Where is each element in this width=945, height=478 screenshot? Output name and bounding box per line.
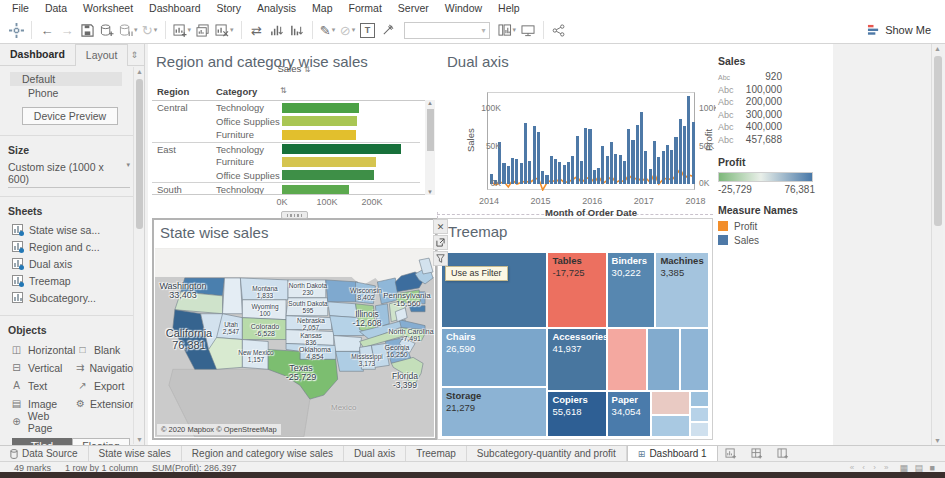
category-label[interactable]: Furniture [216, 156, 254, 167]
object-item-horizontal[interactable]: ◫Horizontal [10, 341, 76, 358]
panel-dual-axis[interactable]: Dual axis Sales Profit 100K100K50K50K0K0… [437, 50, 713, 212]
sales-bar[interactable] [545, 175, 548, 184]
sales-bar[interactable] [282, 170, 374, 180]
sales-legend-item[interactable]: Abc400,000 [718, 121, 820, 134]
size-dropdown[interactable]: Custom size (1000 x 600) ▾ [8, 161, 130, 188]
measure-names-legend[interactable]: ProfitSales [718, 219, 820, 247]
treemap-cell-accessories[interactable]: Accessories41,937 [547, 328, 606, 391]
sales-legend-item[interactable]: Abc100,000 [718, 84, 820, 97]
sales-legend-item[interactable]: Abc200,000 [718, 96, 820, 109]
category-label[interactable]: Office Supplies [216, 116, 280, 127]
sales-bar[interactable] [649, 169, 652, 184]
sales-bar[interactable] [282, 157, 376, 167]
treemap-cell-chairs[interactable]: Chairs26,590 [441, 328, 547, 387]
sales-bar[interactable] [679, 119, 682, 184]
sales-bar[interactable] [631, 140, 634, 184]
treemap-cell-copiers[interactable]: Copiers55,618 [547, 391, 606, 437]
sales-bar[interactable] [541, 171, 544, 185]
save-button[interactable] [77, 19, 97, 41]
sales-bar[interactable] [627, 129, 630, 184]
highlight-button[interactable]: ✎▾ [318, 19, 338, 41]
sort-descending-button[interactable] [287, 19, 307, 41]
sheet-list-item[interactable]: Treemap [12, 273, 134, 288]
sales-bar[interactable] [537, 132, 540, 184]
scroll-up-icon[interactable]: ▲ [135, 68, 144, 75]
sales-bar[interactable] [282, 185, 349, 195]
show-me-button[interactable]: Show Me [867, 24, 939, 36]
fit-selector-dropdown[interactable]: ▾ [404, 22, 490, 39]
bar-chart-scrollbar[interactable]: ▲ ▼ [425, 100, 435, 195]
redo-button[interactable]: → [57, 19, 77, 41]
menu-item-server[interactable]: Server [390, 0, 437, 17]
show-hide-cards-button[interactable]: ▾ [496, 19, 519, 41]
scroll-down-icon[interactable]: ▼ [932, 437, 943, 444]
treemap-cell[interactable] [651, 415, 690, 437]
menu-item-dashboard[interactable]: Dashboard [141, 0, 208, 17]
measure-legend-item-sales[interactable]: Sales [718, 233, 820, 247]
region-label[interactable]: South [157, 184, 182, 195]
menu-item-story[interactable]: Story [208, 0, 249, 17]
sales-bar[interactable] [644, 151, 647, 184]
remove-from-dashboard-button[interactable]: ✕ [433, 219, 448, 234]
us-choropleth-map[interactable]: Washington33,403Montana1,833North Dakota… [155, 248, 434, 437]
panel-state-wise-sales[interactable]: State wise sales [152, 218, 437, 440]
object-item-vertical[interactable]: ⊟Vertical [10, 359, 76, 376]
device-item-phone[interactable]: Phone [8, 86, 134, 100]
tableau-logo-icon[interactable] [6, 19, 26, 41]
bar-chart-x-axis-label[interactable]: Sales ⇅ [277, 63, 310, 74]
measure-legend-item-profit[interactable]: Profit [718, 219, 820, 233]
new-worksheet-button[interactable]: ▾ [171, 19, 194, 41]
tab-dual-axis[interactable]: Dual axis [344, 446, 406, 461]
pause-auto-updates-button[interactable]: ▾ [117, 19, 140, 41]
sort-icon[interactable]: ⇅ [304, 65, 311, 74]
region-label[interactable]: Central [157, 102, 188, 113]
presentation-mode-button[interactable] [518, 19, 538, 41]
sales-legend-item[interactable]: Abc457,688 [718, 134, 820, 147]
menu-item-window[interactable]: Window [437, 0, 490, 17]
swap-rows-columns-button[interactable]: ⇄ [247, 19, 267, 41]
sales-bar[interactable] [533, 126, 536, 185]
sales-bar[interactable] [563, 165, 566, 184]
state-AR[interactable] [334, 336, 362, 352]
sales-bar[interactable] [692, 122, 695, 184]
sales-bar[interactable] [597, 168, 600, 185]
new-story-tab-button[interactable] [770, 446, 796, 461]
sales-bar[interactable] [683, 126, 686, 184]
treemap-cell-binders[interactable]: Binders30,222 [607, 252, 656, 328]
sales-bar[interactable] [528, 161, 531, 184]
category-label[interactable]: Technology [216, 102, 264, 113]
sales-bar[interactable] [619, 155, 622, 184]
sales-bar[interactable] [554, 159, 557, 185]
scroll-up-icon[interactable]: ▲ [425, 100, 435, 106]
scrollbar-thumb[interactable] [934, 56, 942, 226]
duplicate-sheet-button[interactable] [193, 19, 213, 41]
state-ID[interactable] [223, 278, 243, 314]
sales-bar[interactable] [687, 96, 690, 185]
tab-subcategory-quantity-and-profit[interactable]: Subcategory-quantity and profit [467, 446, 627, 461]
sales-bar[interactable] [674, 137, 677, 184]
tab-region-and-category-wise-sales[interactable]: Region and category wise sales [182, 446, 344, 461]
sheet-pager-icons[interactable]: « ‹ › » [850, 463, 892, 472]
scroll-down-icon[interactable]: ▼ [135, 436, 144, 443]
region-column-header[interactable]: Region [157, 86, 189, 97]
treemap-cell-tables[interactable]: Tables-17,725 [547, 252, 606, 328]
profit-color-gradient[interactable] [718, 172, 813, 182]
sales-bar[interactable] [282, 130, 356, 140]
treemap-cell[interactable] [690, 391, 709, 408]
treemap-cell[interactable] [607, 328, 648, 391]
treemap-cell-machines[interactable]: Machines3,385 [655, 252, 709, 328]
canvas-scrollbar[interactable]: ▲ ▼ [931, 44, 943, 445]
sales-bar[interactable] [653, 141, 656, 185]
view-mode-icons[interactable]: ▦ ▤ ■ [900, 463, 937, 473]
treemap-cell[interactable] [690, 407, 709, 422]
sales-bar[interactable] [571, 156, 574, 184]
sort-ascending-button[interactable] [267, 19, 287, 41]
treemap-cell-storage[interactable]: Storage21,279 [441, 387, 547, 437]
sales-bar[interactable] [282, 116, 357, 126]
sales-bar[interactable] [282, 144, 401, 154]
sheet-list-item[interactable]: Region and c... [12, 239, 134, 254]
sales-legend-item[interactable]: Abc300,000 [718, 109, 820, 122]
category-label[interactable]: Technology [216, 184, 264, 195]
new-data-source-button[interactable] [97, 19, 117, 41]
menu-item-help[interactable]: Help [490, 0, 528, 17]
